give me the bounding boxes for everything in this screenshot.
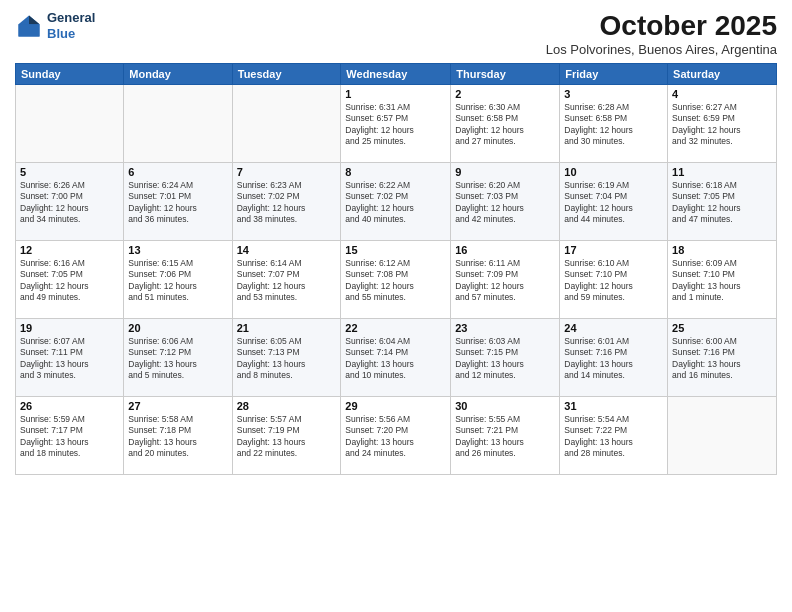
cell-info: Sunrise: 6:16 AMSunset: 7:05 PMDaylight:… [20,258,119,304]
day-number: 6 [128,166,227,178]
cell-info: Sunrise: 6:26 AMSunset: 7:00 PMDaylight:… [20,180,119,226]
cell-info: Sunrise: 6:11 AMSunset: 7:09 PMDaylight:… [455,258,555,304]
cell-info: Sunrise: 6:14 AMSunset: 7:07 PMDaylight:… [237,258,337,304]
cell-info: Sunrise: 6:12 AMSunset: 7:08 PMDaylight:… [345,258,446,304]
day-number: 28 [237,400,337,412]
calendar-cell-2-4: 8Sunrise: 6:22 AMSunset: 7:02 PMDaylight… [341,163,451,241]
day-number: 17 [564,244,663,256]
day-number: 3 [564,88,663,100]
calendar-week-3: 12Sunrise: 6:16 AMSunset: 7:05 PMDayligh… [16,241,777,319]
logo: General Blue [15,10,95,41]
day-number: 7 [237,166,337,178]
day-number: 22 [345,322,446,334]
calendar-cell-1-3 [232,85,341,163]
day-number: 24 [564,322,663,334]
cell-info: Sunrise: 5:57 AMSunset: 7:19 PMDaylight:… [237,414,337,460]
calendar-cell-5-1: 26Sunrise: 5:59 AMSunset: 7:17 PMDayligh… [16,397,124,475]
logo-blue: Blue [47,26,95,42]
calendar-cell-4-2: 20Sunrise: 6:06 AMSunset: 7:12 PMDayligh… [124,319,232,397]
day-number: 13 [128,244,227,256]
calendar-cell-3-5: 16Sunrise: 6:11 AMSunset: 7:09 PMDayligh… [451,241,560,319]
calendar-cell-4-1: 19Sunrise: 6:07 AMSunset: 7:11 PMDayligh… [16,319,124,397]
day-number: 18 [672,244,772,256]
cell-info: Sunrise: 6:06 AMSunset: 7:12 PMDaylight:… [128,336,227,382]
weekday-tuesday: Tuesday [232,64,341,85]
calendar-table: SundayMondayTuesdayWednesdayThursdayFrid… [15,63,777,475]
day-number: 20 [128,322,227,334]
cell-info: Sunrise: 6:15 AMSunset: 7:06 PMDaylight:… [128,258,227,304]
calendar-cell-2-7: 11Sunrise: 6:18 AMSunset: 7:05 PMDayligh… [668,163,777,241]
day-number: 27 [128,400,227,412]
cell-info: Sunrise: 6:20 AMSunset: 7:03 PMDaylight:… [455,180,555,226]
day-number: 1 [345,88,446,100]
weekday-saturday: Saturday [668,64,777,85]
cell-info: Sunrise: 6:00 AMSunset: 7:16 PMDaylight:… [672,336,772,382]
day-number: 25 [672,322,772,334]
logo-icon [15,12,43,40]
day-number: 4 [672,88,772,100]
weekday-thursday: Thursday [451,64,560,85]
cell-info: Sunrise: 5:59 AMSunset: 7:17 PMDaylight:… [20,414,119,460]
cell-info: Sunrise: 6:07 AMSunset: 7:11 PMDaylight:… [20,336,119,382]
calendar-cell-2-5: 9Sunrise: 6:20 AMSunset: 7:03 PMDaylight… [451,163,560,241]
cell-info: Sunrise: 5:58 AMSunset: 7:18 PMDaylight:… [128,414,227,460]
calendar-cell-4-3: 21Sunrise: 6:05 AMSunset: 7:13 PMDayligh… [232,319,341,397]
cell-info: Sunrise: 6:24 AMSunset: 7:01 PMDaylight:… [128,180,227,226]
calendar-cell-5-5: 30Sunrise: 5:55 AMSunset: 7:21 PMDayligh… [451,397,560,475]
logo-general: General [47,10,95,26]
calendar-cell-3-4: 15Sunrise: 6:12 AMSunset: 7:08 PMDayligh… [341,241,451,319]
cell-info: Sunrise: 5:56 AMSunset: 7:20 PMDaylight:… [345,414,446,460]
calendar-cell-4-6: 24Sunrise: 6:01 AMSunset: 7:16 PMDayligh… [560,319,668,397]
day-number: 14 [237,244,337,256]
cell-info: Sunrise: 5:54 AMSunset: 7:22 PMDaylight:… [564,414,663,460]
day-number: 10 [564,166,663,178]
calendar-cell-1-2 [124,85,232,163]
cell-info: Sunrise: 6:03 AMSunset: 7:15 PMDaylight:… [455,336,555,382]
calendar-cell-2-2: 6Sunrise: 6:24 AMSunset: 7:01 PMDaylight… [124,163,232,241]
calendar-cell-4-4: 22Sunrise: 6:04 AMSunset: 7:14 PMDayligh… [341,319,451,397]
day-number: 16 [455,244,555,256]
weekday-monday: Monday [124,64,232,85]
day-number: 11 [672,166,772,178]
calendar-cell-3-6: 17Sunrise: 6:10 AMSunset: 7:10 PMDayligh… [560,241,668,319]
calendar-cell-1-5: 2Sunrise: 6:30 AMSunset: 6:58 PMDaylight… [451,85,560,163]
calendar-week-4: 19Sunrise: 6:07 AMSunset: 7:11 PMDayligh… [16,319,777,397]
day-number: 5 [20,166,119,178]
day-number: 31 [564,400,663,412]
day-number: 8 [345,166,446,178]
cell-info: Sunrise: 6:09 AMSunset: 7:10 PMDaylight:… [672,258,772,304]
day-number: 26 [20,400,119,412]
cell-info: Sunrise: 6:22 AMSunset: 7:02 PMDaylight:… [345,180,446,226]
cell-info: Sunrise: 6:18 AMSunset: 7:05 PMDaylight:… [672,180,772,226]
weekday-friday: Friday [560,64,668,85]
calendar-body: 1Sunrise: 6:31 AMSunset: 6:57 PMDaylight… [16,85,777,475]
cell-info: Sunrise: 6:05 AMSunset: 7:13 PMDaylight:… [237,336,337,382]
day-number: 21 [237,322,337,334]
title-block: October 2025 Los Polvorines, Buenos Aire… [546,10,777,57]
calendar-cell-4-5: 23Sunrise: 6:03 AMSunset: 7:15 PMDayligh… [451,319,560,397]
day-number: 19 [20,322,119,334]
calendar-cell-5-2: 27Sunrise: 5:58 AMSunset: 7:18 PMDayligh… [124,397,232,475]
cell-info: Sunrise: 6:28 AMSunset: 6:58 PMDaylight:… [564,102,663,148]
calendar-cell-1-1 [16,85,124,163]
calendar-cell-5-4: 29Sunrise: 5:56 AMSunset: 7:20 PMDayligh… [341,397,451,475]
calendar-cell-1-4: 1Sunrise: 6:31 AMSunset: 6:57 PMDaylight… [341,85,451,163]
calendar-week-1: 1Sunrise: 6:31 AMSunset: 6:57 PMDaylight… [16,85,777,163]
day-number: 9 [455,166,555,178]
day-number: 29 [345,400,446,412]
calendar-cell-3-2: 13Sunrise: 6:15 AMSunset: 7:06 PMDayligh… [124,241,232,319]
calendar-cell-5-3: 28Sunrise: 5:57 AMSunset: 7:19 PMDayligh… [232,397,341,475]
month-title: October 2025 [546,10,777,42]
calendar-cell-4-7: 25Sunrise: 6:00 AMSunset: 7:16 PMDayligh… [668,319,777,397]
cell-info: Sunrise: 6:04 AMSunset: 7:14 PMDaylight:… [345,336,446,382]
calendar-cell-5-7 [668,397,777,475]
svg-rect-2 [19,24,40,36]
calendar-cell-5-6: 31Sunrise: 5:54 AMSunset: 7:22 PMDayligh… [560,397,668,475]
cell-info: Sunrise: 6:10 AMSunset: 7:10 PMDaylight:… [564,258,663,304]
calendar-cell-1-7: 4Sunrise: 6:27 AMSunset: 6:59 PMDaylight… [668,85,777,163]
calendar-cell-2-3: 7Sunrise: 6:23 AMSunset: 7:02 PMDaylight… [232,163,341,241]
weekday-sunday: Sunday [16,64,124,85]
cell-info: Sunrise: 6:23 AMSunset: 7:02 PMDaylight:… [237,180,337,226]
calendar-cell-2-1: 5Sunrise: 6:26 AMSunset: 7:00 PMDaylight… [16,163,124,241]
calendar-cell-2-6: 10Sunrise: 6:19 AMSunset: 7:04 PMDayligh… [560,163,668,241]
